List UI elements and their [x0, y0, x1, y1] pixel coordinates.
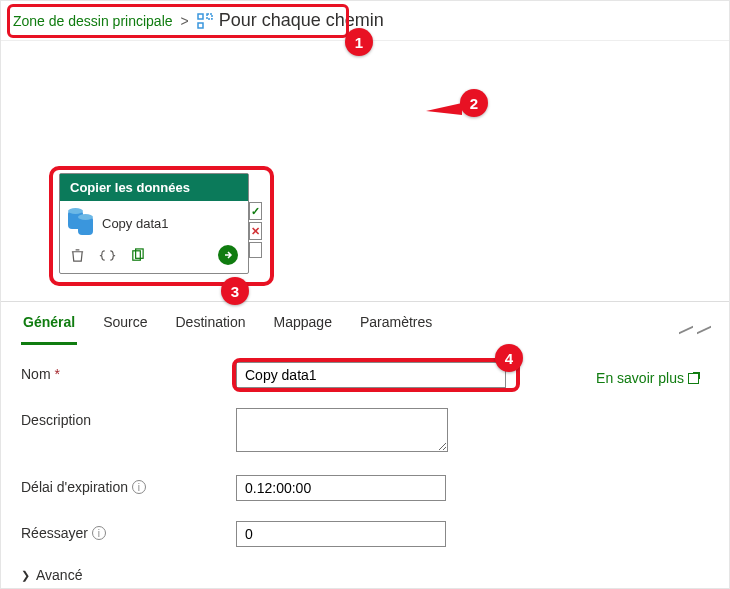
- canvas-area[interactable]: Copier les données Copy data1 ✓ ✕: [1, 41, 729, 301]
- description-field-label: Description: [21, 412, 91, 428]
- tab-general[interactable]: Général: [21, 302, 77, 345]
- copy-data-activity-card[interactable]: Copier les données Copy data1 ✓ ✕: [59, 173, 249, 274]
- annotation-pin-4: 4: [495, 344, 523, 372]
- description-field[interactable]: [236, 408, 448, 452]
- annotation-pin-3: 3: [221, 277, 249, 305]
- breadcrumb-root-link[interactable]: Zone de dessin principale: [13, 13, 173, 29]
- learn-more-label: En savoir plus: [596, 370, 684, 386]
- retry-field-label: Réessayer: [21, 525, 88, 541]
- success-connector-icon[interactable]: ✓: [249, 202, 262, 220]
- tab-source[interactable]: Source: [101, 302, 149, 345]
- svg-rect-2: [207, 14, 212, 19]
- info-icon[interactable]: i: [132, 480, 146, 494]
- activity-name-label: Copy data1: [102, 216, 169, 231]
- foreach-icon: [197, 13, 213, 29]
- annotation-pin-2: 2: [460, 89, 488, 117]
- chevron-right-icon: ❯: [21, 569, 30, 582]
- timeout-field-label: Délai d'expiration: [21, 479, 128, 495]
- info-icon[interactable]: i: [92, 526, 106, 540]
- activity-connectors: ✓ ✕: [249, 202, 262, 258]
- name-field[interactable]: [236, 362, 506, 388]
- properties-tabs: Général Source Destination Mappage Param…: [1, 301, 729, 346]
- activity-header: Copier les données: [60, 174, 248, 201]
- learn-more-link[interactable]: En savoir plus: [596, 370, 699, 386]
- run-arrow-icon[interactable]: [218, 245, 238, 265]
- required-asterisk: *: [55, 366, 60, 382]
- tab-settings[interactable]: Paramètres: [358, 302, 434, 345]
- breadcrumb-separator: >: [181, 13, 189, 29]
- name-field-label: Nom: [21, 366, 51, 382]
- annotation-pin-1: 1: [345, 28, 373, 56]
- completion-connector-icon[interactable]: [249, 242, 262, 258]
- svg-rect-0: [198, 14, 203, 19]
- code-icon[interactable]: [99, 248, 116, 263]
- panel-resize-handle[interactable]: [671, 329, 711, 337]
- failure-connector-icon[interactable]: ✕: [249, 222, 262, 240]
- advanced-expander[interactable]: ❯ Avancé: [21, 567, 709, 583]
- svg-rect-1: [198, 23, 203, 28]
- advanced-label: Avancé: [36, 567, 82, 583]
- copy-data-icon: [68, 211, 94, 235]
- delete-icon[interactable]: [70, 248, 85, 263]
- external-link-icon: [688, 373, 699, 384]
- clone-icon[interactable]: [130, 248, 145, 263]
- tab-mapping[interactable]: Mappage: [272, 302, 334, 345]
- retry-field[interactable]: [236, 521, 446, 547]
- timeout-field[interactable]: [236, 475, 446, 501]
- tab-destination[interactable]: Destination: [174, 302, 248, 345]
